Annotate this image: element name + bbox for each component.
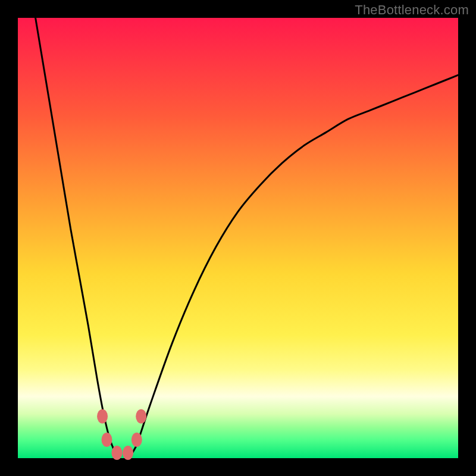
curve-layer	[18, 18, 458, 458]
bottleneck-curve	[36, 18, 458, 460]
curve-marker	[131, 433, 142, 447]
curve-marker	[136, 409, 146, 424]
marker-group	[97, 409, 146, 460]
curve-marker	[123, 446, 133, 460]
curve-marker	[101, 433, 112, 447]
plot-area	[18, 18, 458, 458]
watermark-text: TheBottleneck.com	[355, 2, 469, 18]
curve-marker	[97, 409, 108, 424]
curve-marker	[112, 446, 123, 460]
chart-frame: TheBottleneck.com	[0, 0, 476, 476]
